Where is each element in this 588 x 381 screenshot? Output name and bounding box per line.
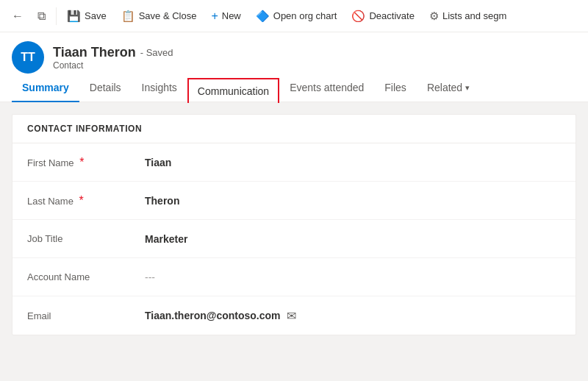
card-header: CONTACT INFORMATION [12, 115, 576, 143]
save-close-icon: 📋 [121, 10, 135, 23]
back-button[interactable]: ← [6, 4, 29, 28]
value-account-name[interactable]: --- [145, 271, 561, 283]
lists-button[interactable]: ⚙ Lists and segm [422, 5, 514, 27]
deactivate-icon: 🚫 [351, 10, 365, 23]
label-email: Email [27, 310, 145, 321]
label-job-title: Job Title [27, 233, 145, 244]
label-account-name: Account Name [27, 271, 145, 282]
saved-badge: - Saved [140, 47, 173, 58]
email-value-row: Tiaan.theron@contoso.com ✉ [145, 309, 296, 323]
plus-icon: + [211, 10, 218, 23]
label-last-name: Last Name * [27, 195, 145, 207]
contact-type: Contact [53, 60, 173, 71]
required-dot-first-name: * [79, 156, 84, 168]
chevron-down-icon: ▾ [465, 83, 470, 93]
new-label: New [222, 10, 241, 21]
value-first-name[interactable]: Tiaan [145, 157, 561, 168]
label-first-name: First Name * [27, 157, 145, 168]
lists-label: Lists and segm [442, 10, 506, 21]
save-close-label: Save & Close [139, 10, 197, 21]
contact-header: TT Tiaan Theron - Saved Contact [0, 32, 588, 74]
org-chart-button[interactable]: 🔷 Open org chart [248, 5, 345, 27]
tab-files[interactable]: Files [374, 74, 417, 102]
tab-details[interactable]: Details [79, 74, 132, 102]
tab-events[interactable]: Events attended [279, 74, 374, 102]
field-row-first-name: First Name * Tiaan [12, 143, 576, 182]
tab-summary[interactable]: Summary [12, 74, 79, 102]
value-last-name[interactable]: Theron [145, 195, 561, 207]
send-email-icon[interactable]: ✉ [287, 309, 296, 323]
value-email[interactable]: Tiaan.theron@contoso.com [145, 310, 281, 321]
contact-info-card: CONTACT INFORMATION First Name * Tiaan L… [12, 114, 576, 335]
tab-related[interactable]: Related ▾ [417, 74, 480, 102]
save-close-button[interactable]: 📋 Save & Close [114, 5, 204, 27]
save-label: Save [85, 10, 107, 21]
org-chart-icon: 🔷 [256, 10, 270, 23]
popout-button[interactable]: ⧉ [29, 4, 53, 28]
field-row-account-name: Account Name --- [12, 258, 576, 296]
value-job-title[interactable]: Marketer [145, 233, 561, 245]
contact-name: Tiaan Theron - Saved [53, 45, 173, 60]
contact-name-block: Tiaan Theron - Saved Contact [53, 45, 173, 71]
toolbar: ← ⧉ 💾 Save 📋 Save & Close + New 🔷 Open o… [0, 0, 588, 32]
tabs-bar: Summary Details Insights Communication E… [0, 74, 588, 102]
deactivate-label: Deactivate [369, 10, 414, 21]
tab-insights[interactable]: Insights [132, 74, 187, 102]
main-content: CONTACT INFORMATION First Name * Tiaan L… [0, 102, 588, 347]
tab-communication[interactable]: Communication [187, 78, 279, 103]
field-row-last-name: Last Name * Theron [12, 182, 576, 220]
required-dot-last-name: * [79, 194, 84, 207]
avatar: TT [12, 41, 44, 74]
save-icon: 💾 [67, 10, 81, 23]
back-icon: ← [12, 10, 24, 23]
popout-icon: ⧉ [37, 10, 46, 23]
org-chart-label: Open org chart [273, 10, 337, 21]
lists-icon: ⚙ [429, 10, 439, 23]
save-button[interactable]: 💾 Save [60, 5, 114, 27]
deactivate-button[interactable]: 🚫 Deactivate [344, 5, 421, 27]
field-row-email: Email Tiaan.theron@contoso.com ✉ [12, 296, 576, 335]
field-row-job-title: Job Title Marketer [12, 220, 576, 258]
toolbar-divider-1 [56, 7, 57, 25]
new-button[interactable]: + New [204, 5, 248, 27]
